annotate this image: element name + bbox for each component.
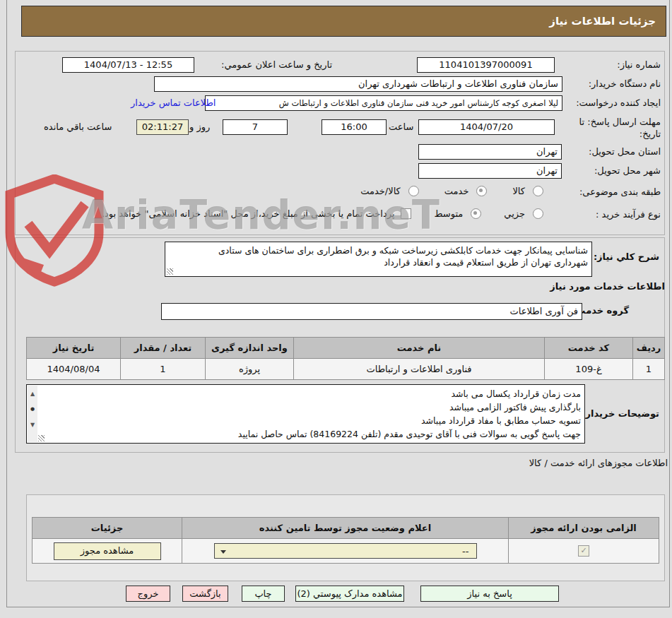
scroll-up-icon[interactable]: ▲	[30, 387, 35, 400]
radio-label: کالا	[512, 186, 525, 196]
license-status-select[interactable]: --	[214, 543, 477, 559]
process-option-jozii[interactable]: جزیي	[504, 208, 543, 219]
cell-license-status: --	[182, 539, 509, 564]
col-header-quantity: تعداد / مقدار	[121, 338, 206, 359]
need-desc-textarea[interactable]: شناسایی پیمانکار جهت خدمات کابلکشی زیرسا…	[165, 242, 592, 277]
cell-service-name: فناوری اطلاعات و ارتباطات	[294, 359, 545, 380]
province-label: استان محل تحویل:	[589, 146, 661, 157]
licenses-section-title: اطلاعات مجوزهای ارائه خدمت / کالا	[529, 458, 668, 468]
buyer-note-line: بارگذاری پیش فاکتور الزامی میباشد	[40, 400, 581, 414]
category-option-khedmat[interactable]: خدمت	[444, 186, 488, 196]
col-header-radif: ردیف	[633, 338, 665, 359]
process-radio-group: جزیي متوسط پرداخت تمام یا بخشی از مبلغ خ…	[102, 208, 543, 219]
view-license-button[interactable]: مشاهده مجوز	[54, 542, 161, 560]
col-header-service-name: نام خدمت	[294, 338, 545, 359]
cell-quantity: 1	[121, 359, 206, 380]
need-details-page: { "header": { "title": "جزئیات اطلاعات ن…	[0, 0, 672, 618]
licenses-table-header-row: الزامی بودن ارائه مجوز اعلام وضعیت مجوز …	[33, 518, 659, 539]
cell-need-date: 1404/08/04	[27, 359, 121, 380]
services-table-header-row: ردیف کد خدمت نام خدمت واحد اندازه گیری ت…	[27, 338, 665, 359]
buyer-org-label: نام دستگاه خریدار:	[589, 78, 661, 89]
col-header-license-status: اعلام وضعیت مجوز توسط تامین کننده	[182, 518, 509, 539]
license-status-value: --	[462, 546, 468, 557]
city-input[interactable]: تهران	[418, 163, 562, 179]
need-desc-line1: شناسایی پیمانکار جهت خدمات کابلکشی زیرسا…	[178, 244, 588, 256]
services-table: ردیف کد خدمت نام خدمت واحد اندازه گیری ت…	[26, 337, 665, 380]
view-attachments-button[interactable]: مشاهده مدارک پیوستي (2)	[295, 586, 404, 602]
need-number-input[interactable]: 1104101397000091	[417, 57, 555, 73]
province-input[interactable]: تهران	[418, 144, 562, 160]
treasury-note-item: پرداخت تمام یا بخشی از مبلغ خرید،از محل …	[102, 208, 412, 219]
deadline-label: مهلت ارسال پاسخ: تا تاریخ:	[574, 116, 661, 140]
deadline-date-input[interactable]: 1404/07/20	[418, 119, 555, 135]
chevron-down-icon	[220, 550, 226, 554]
cell-unit: پروژه	[206, 359, 294, 380]
treasury-checkbox[interactable]	[401, 208, 411, 219]
treasury-note-text: پرداخت تمام یا بخشی از مبلغ خرید،از محل …	[102, 208, 395, 219]
category-radio-group: کالا خدمت کالا/خدمت	[360, 186, 543, 196]
need-desc-line2: شهرداری تهران از طریق استعلام قیمت و انع…	[178, 256, 588, 268]
buyer-note-line: جهت پاسخ گویی به سوالات فنی با آقای توحی…	[40, 427, 581, 441]
radio-selected-icon[interactable]	[476, 186, 487, 196]
buyer-notes-label: توضیحات خریدار:	[582, 408, 659, 419]
col-header-unit: واحد اندازه گیری	[206, 338, 294, 359]
radio-label: خدمت	[444, 186, 469, 196]
radio-label: کالا/خدمت	[360, 186, 401, 196]
resize-handle-icon[interactable]	[167, 268, 173, 275]
radio-label: جزیي	[504, 208, 525, 219]
request-creator-input[interactable]: لیلا اصغری کوجه کارشناس امور خرید فنی سا…	[205, 95, 562, 111]
col-header-service-code: کد خدمت	[545, 338, 633, 359]
page-title: جزئیات اطلاعات نیاز	[549, 6, 656, 36]
deadline-hour-input[interactable]: 16:00	[322, 119, 387, 135]
buyer-contact-link[interactable]: اطلاعات تماس خریدار	[131, 97, 216, 108]
request-creator-label: ایجاد کننده درخواست:	[576, 97, 661, 108]
service-group-input[interactable]: فن آوری اطلاعات	[161, 303, 582, 320]
cell-radif: 1	[633, 359, 665, 380]
buyer-notes-textarea[interactable]: مدت زمان قرارداد یکسال می باشد بارگذاری …	[26, 384, 585, 444]
category-option-kala-khedmat[interactable]: کالا/خدمت	[360, 186, 419, 196]
col-header-need-date: تاریخ نیاز	[27, 338, 121, 359]
print-button[interactable]: چاپ	[242, 586, 285, 602]
process-option-motevaset[interactable]: متوسط	[434, 208, 481, 219]
buyer-org-input[interactable]: سازمان فناوری اطلاعات و ارتباطات شهرداری…	[154, 76, 562, 92]
col-header-license-details: جزئیات	[33, 518, 182, 539]
scroll-down-icon[interactable]: ▼	[30, 418, 35, 432]
hours-remaining-label: ساعت باقي مانده	[44, 121, 112, 132]
deadline-hour-label: ساعت	[389, 121, 413, 132]
process-type-label: نوع فرآیند خرید :	[596, 209, 661, 220]
radio-icon[interactable]	[533, 208, 543, 219]
category-option-kala[interactable]: کالا	[512, 186, 543, 196]
deadline-days-input[interactable]: 7	[223, 119, 288, 135]
radio-selected-icon[interactable]	[471, 208, 481, 219]
buyer-note-line: مدت زمان قرارداد یکسال می باشد	[40, 387, 581, 400]
col-header-license-required: الزامی بودن ارائه مجوز	[509, 518, 659, 539]
countdown-box: 02:11:27	[136, 119, 189, 135]
services-table-row: 1 غ-109 فناوری اطلاعات و ارتباطات پروژه …	[27, 359, 665, 380]
cell-service-code: غ-109	[545, 359, 633, 380]
announce-datetime-label: تاریخ و ساعت اعلان عمومي:	[221, 59, 332, 70]
radio-icon[interactable]	[533, 186, 543, 196]
days-and-label: روز و	[189, 121, 210, 132]
radio-icon[interactable]	[408, 186, 419, 196]
cell-license-required: ✓	[509, 539, 659, 564]
licenses-table: الزامی بودن ارائه مجوز اعلام وضعیت مجوز …	[32, 517, 659, 564]
header-bar: جزئیات اطلاعات نیاز	[21, 6, 666, 37]
resize-handle-icon[interactable]	[38, 435, 45, 441]
category-label: طبقه بندی موضوعی:	[579, 186, 661, 197]
license-required-checkbox[interactable]: ✓	[578, 545, 589, 557]
services-section-title: اطلاعات خدمات مورد نیاز	[550, 281, 665, 292]
exit-button[interactable]: خروج	[126, 586, 170, 602]
buyer-note-line: تسویه حساب مطابق با مفاد قرارداد میباشد	[40, 414, 581, 427]
need-number-label: شماره نیاز:	[617, 59, 661, 70]
city-label: شهر محل تحویل:	[594, 165, 661, 176]
respond-to-need-button[interactable]: پاسخ به نیاز	[420, 586, 559, 602]
cell-license-details: مشاهده مجوز	[33, 539, 182, 564]
announce-datetime-value: 1404/07/13 - 12:55	[62, 57, 194, 73]
scroll-thumb[interactable]: ●	[30, 403, 35, 416]
vertical-scrollbar[interactable]: ▲ ● ▼	[28, 386, 37, 442]
radio-label: متوسط	[434, 208, 463, 219]
back-button[interactable]: بازگشت	[182, 586, 228, 602]
need-desc-label: شرح كلي نياز:	[594, 251, 659, 262]
licenses-table-row: ✓ -- مشاهده مجوز	[33, 539, 659, 564]
